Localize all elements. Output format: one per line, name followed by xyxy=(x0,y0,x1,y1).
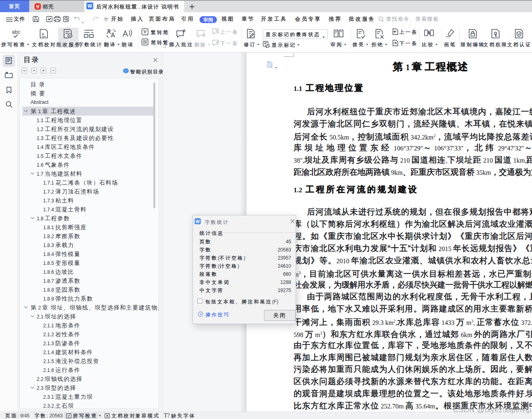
svg-text:abc: abc xyxy=(12,29,20,35)
svg-text:a: a xyxy=(42,31,44,37)
